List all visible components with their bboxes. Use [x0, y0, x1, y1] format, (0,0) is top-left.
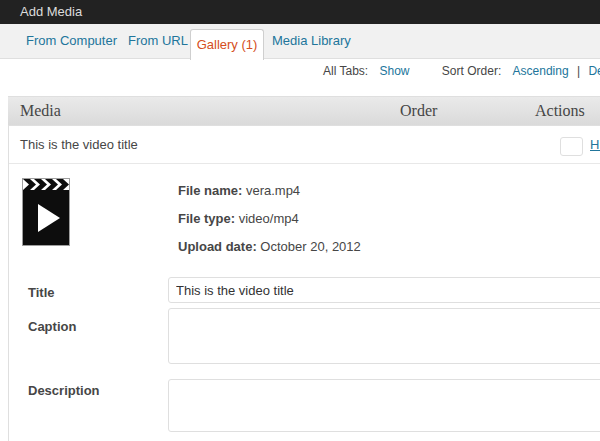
file-name-label: File name:	[178, 183, 242, 198]
upload-date-label: Upload date:	[178, 239, 257, 254]
row-separator	[9, 163, 600, 164]
all-tabs-label: All Tabs:	[323, 64, 368, 78]
tab-from-computer[interactable]: From Computer	[26, 24, 117, 58]
media-table-header: Media Order Actions	[8, 96, 600, 126]
order-input[interactable]	[560, 137, 583, 156]
upload-date-line: Upload date: October 20, 2012	[178, 240, 361, 254]
caption-textarea[interactable]	[168, 308, 600, 364]
gallery-toolbar: All Tabs: Show Sort Order: Ascending | D…	[323, 64, 600, 78]
upload-date-value: October 20, 2012	[257, 239, 361, 254]
file-type-line: File type: video/mp4	[178, 212, 361, 226]
show-all-tabs-link[interactable]: Show	[379, 64, 409, 78]
video-clapper-icon	[22, 178, 70, 246]
file-type-label: File type:	[178, 211, 235, 226]
media-tabs: From Computer From URL Media Library	[0, 24, 600, 59]
column-header-actions: Actions	[535, 97, 585, 125]
tab-media-library[interactable]: Media Library	[272, 24, 351, 58]
file-name-line: File name: vera.mp4	[178, 184, 361, 198]
column-header-media: Media	[20, 97, 61, 125]
dialog-titlebar: Add Media	[0, 0, 600, 24]
file-type-value: video/mp4	[235, 211, 299, 226]
sort-order-label: Sort Order:	[442, 64, 501, 78]
hide-action-link[interactable]: Hide	[590, 126, 600, 163]
description-field-label: Description	[28, 383, 100, 398]
description-textarea[interactable]	[168, 379, 600, 432]
tab-gallery-active[interactable]: Gallery (1)	[190, 29, 264, 60]
dialog-title: Add Media	[20, 0, 82, 24]
add-media-dialog: Add Media From Computer From URL Media L…	[0, 0, 600, 441]
sort-ascending-link[interactable]: Ascending	[513, 64, 569, 78]
caption-field-label: Caption	[28, 319, 76, 334]
column-header-order: Order	[400, 97, 437, 125]
media-item-row: This is the video title Hide	[9, 126, 600, 163]
tab-from-url[interactable]: From URL	[128, 24, 188, 58]
separator: |	[577, 64, 580, 78]
title-input[interactable]	[168, 277, 600, 303]
media-item-title: This is the video title	[20, 126, 138, 163]
sort-descending-link[interactable]: Descending	[588, 64, 600, 78]
file-name-value: vera.mp4	[242, 183, 300, 198]
file-details: File name: vera.mp4 File type: video/mp4…	[178, 184, 361, 268]
title-field-label: Title	[28, 285, 55, 300]
